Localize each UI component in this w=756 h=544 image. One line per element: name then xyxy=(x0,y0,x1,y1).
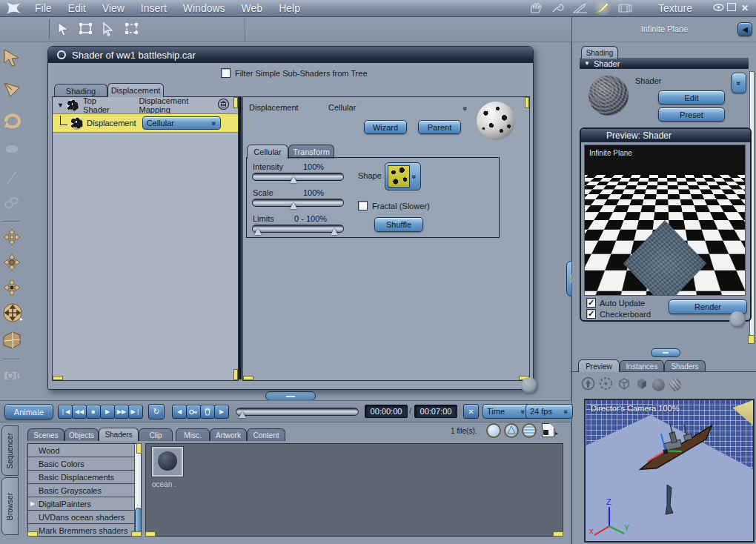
dolly-camera-tool-icon[interactable] xyxy=(3,253,21,276)
camera-tool-icon[interactable] xyxy=(3,368,21,385)
fps-dropdown[interactable]: 24 fps» xyxy=(525,404,573,419)
current-time-field[interactable]: 00:00:00 xyxy=(365,405,408,418)
auto-update-checkbox[interactable]: ✓ xyxy=(586,298,596,308)
marquee-alt-tool-icon[interactable] xyxy=(125,22,139,39)
menu-windows[interactable]: Windows xyxy=(175,2,233,14)
stop-button[interactable]: ■ xyxy=(86,405,101,419)
edit-button[interactable]: Edit xyxy=(658,90,725,105)
menu-view[interactable]: View xyxy=(94,2,133,14)
rotate-tool-icon[interactable] xyxy=(3,111,21,132)
category-basic-displacements[interactable]: Basic Displacements xyxy=(28,471,141,484)
time-scrubber[interactable] xyxy=(236,408,359,416)
prev-key-button[interactable]: ◀ xyxy=(172,405,187,419)
direct-select-tool-icon[interactable] xyxy=(101,21,116,39)
displacement-type-dropdown[interactable]: Cellular» xyxy=(142,116,221,130)
menu-help[interactable]: Help xyxy=(271,2,308,14)
plane-tool-icon[interactable] xyxy=(2,331,21,353)
model-room-icon[interactable] xyxy=(569,1,591,15)
menu-insert[interactable]: Insert xyxy=(133,2,175,14)
tab-clip[interactable]: Clip xyxy=(139,428,173,441)
tree-row-displacement[interactable]: Displacement Cellular» xyxy=(53,113,238,133)
textured-sphere-mode-icon[interactable] xyxy=(669,379,681,391)
close-icon[interactable]: ✕ xyxy=(738,3,752,13)
texture-room-icon[interactable] xyxy=(591,1,614,15)
battleship-model[interactable] xyxy=(625,410,731,483)
tab-scenes[interactable]: Scenes xyxy=(27,428,64,441)
category-basic-colors[interactable]: Basic Colors xyxy=(28,457,141,471)
tab-shaders-right[interactable]: Shaders xyxy=(664,360,706,372)
collapse-timeline-button[interactable]: ✕ xyxy=(463,404,479,419)
category-wood[interactable]: Wood xyxy=(28,444,141,457)
category-uvdans-ocean[interactable]: UVDans ocean shaders xyxy=(28,511,141,524)
page-menu-arrow[interactable]: ▸ xyxy=(555,430,558,437)
tab-right-shading[interactable]: Shading xyxy=(581,46,618,59)
tab-shaders[interactable]: Shaders xyxy=(99,428,139,441)
displacement-preview-sphere[interactable] xyxy=(477,102,515,140)
pan-camera-tool-icon[interactable] xyxy=(3,228,21,251)
category-basic-grayscales[interactable]: Basic Grayscales xyxy=(28,484,141,497)
preset-button[interactable]: Preset xyxy=(658,107,725,122)
shader-preview-sphere[interactable] xyxy=(588,76,629,116)
secondary-object[interactable] xyxy=(660,483,679,516)
tab-artwork[interactable]: Artwork xyxy=(210,428,247,441)
shape-swatch-dropdown[interactable]: » xyxy=(385,162,421,190)
detail-type-chevron-icon[interactable]: » xyxy=(461,107,469,111)
category-scrollbar[interactable] xyxy=(134,444,141,536)
animate-button[interactable]: Animate xyxy=(4,404,53,419)
fractal-checkbox[interactable] xyxy=(358,201,368,210)
back-arrow-button[interactable]: ◀ xyxy=(737,22,752,36)
parent-button[interactable]: Parent xyxy=(418,120,461,134)
shader-item-ocean[interactable]: ocean . xyxy=(152,447,185,490)
wizard-button[interactable]: Wizard xyxy=(364,120,407,134)
maximize-icon[interactable] xyxy=(725,3,738,13)
menu-web[interactable]: Web xyxy=(233,2,271,14)
wireframe-mode-icon[interactable] xyxy=(617,377,631,394)
assemble-room-icon[interactable] xyxy=(547,1,569,15)
menu-edit[interactable]: Edit xyxy=(60,2,94,14)
preview-ball-light-icon[interactable] xyxy=(486,423,501,438)
time-mode-dropdown[interactable]: Time» xyxy=(483,404,530,419)
collapse-triangle-icon[interactable]: ▼ xyxy=(57,102,64,109)
ellipse-tool-icon[interactable] xyxy=(4,142,20,159)
preview-resize-grip[interactable] xyxy=(729,311,746,328)
link-tool-icon[interactable] xyxy=(4,196,20,213)
trash-icon[interactable] xyxy=(218,99,229,113)
scale-slider[interactable] xyxy=(252,199,344,207)
category-mark-bremmers[interactable]: Mark Bremmers shaders xyxy=(28,524,141,537)
shader-section-header[interactable]: ▼ Shader xyxy=(580,58,749,69)
tab-objects[interactable]: Objects xyxy=(64,428,99,441)
orbit-mode-icon[interactable] xyxy=(599,377,613,394)
tree-row-top-shader[interactable]: ▼ Top Shader Displacement Mapping xyxy=(53,97,238,113)
dropper-tool-icon[interactable] xyxy=(4,169,19,188)
eye-icon[interactable] xyxy=(712,3,725,13)
end-time-field[interactable]: 00:07:00 xyxy=(414,405,457,418)
solid-cube-mode-icon[interactable] xyxy=(634,377,649,394)
tab-preview[interactable]: Preview xyxy=(578,359,620,372)
tab-misc[interactable]: Misc. xyxy=(176,428,210,441)
arrow-tool-icon[interactable] xyxy=(56,21,71,39)
shader-options-chevron-button[interactable]: » xyxy=(732,73,746,93)
page-menu-icon[interactable] xyxy=(542,423,554,437)
panel-splitter[interactable] xyxy=(239,96,242,379)
menu-file[interactable]: File xyxy=(27,2,60,14)
shuffle-button[interactable]: Shuffle xyxy=(374,217,423,232)
tree-root-value[interactable]: Displacement Mapping xyxy=(139,96,218,114)
rewind-button[interactable]: ◀◀ xyxy=(72,405,87,419)
browser-vertical-tab[interactable]: Browser xyxy=(1,477,19,535)
scene-viewport[interactable]: Z x Y Director's Camera 100% xyxy=(584,399,755,543)
preview-ball-lines-icon[interactable] xyxy=(522,423,537,438)
sequencer-vertical-tab[interactable]: Sequencer xyxy=(1,425,19,476)
tab-instances[interactable]: Instances xyxy=(620,360,664,372)
delete-key-button[interactable] xyxy=(200,405,215,419)
category-digitalpainters[interactable]: ▶DigitalPainters xyxy=(28,497,141,511)
next-key-button[interactable]: ▶ xyxy=(214,405,229,419)
go-end-button[interactable]: ▶❘ xyxy=(128,405,143,419)
smooth-sphere-mode-icon[interactable] xyxy=(652,379,665,391)
render-room-icon[interactable] xyxy=(614,1,636,15)
intensity-slider[interactable] xyxy=(252,173,344,181)
loop-button[interactable]: ↻ xyxy=(148,404,165,419)
section-collapse-icon[interactable]: ▼ xyxy=(584,60,590,67)
preview-ball-wire-icon[interactable] xyxy=(504,423,519,438)
hand-room-icon[interactable] xyxy=(525,1,547,15)
trackball-camera-tool-icon[interactable]: ▸ xyxy=(2,302,23,326)
